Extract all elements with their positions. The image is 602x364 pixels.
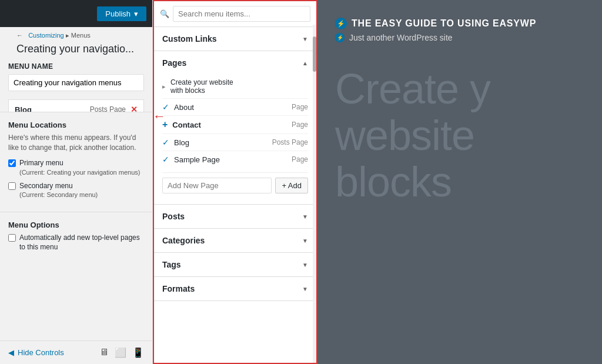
page-item-about: ✓ About Page: [162, 99, 308, 116]
pages-label: Pages: [162, 58, 186, 68]
formats-section: Formats ▼: [154, 277, 316, 301]
menu-item-blog-name: Blog: [15, 105, 32, 112]
site-tagline-icon: ⚡: [335, 33, 345, 42]
categories-label: Categories: [162, 236, 205, 245]
menu-locations-section: Menu Locations Here's where this menu ap…: [0, 112, 152, 212]
search-icon: 🔍: [160, 9, 169, 18]
panel-title: Creating your navigatio...: [8, 42, 144, 62]
categories-section: Categories ▼: [154, 229, 316, 253]
menu-item-blog-right: Posts Page ✕: [90, 105, 138, 112]
posts-section: Posts ▼: [154, 205, 316, 229]
menu-options-title: Menu Options: [8, 221, 144, 229]
custom-links-section: Custom Links ▼: [154, 27, 316, 51]
hide-controls-label: Hide Controls: [18, 348, 64, 357]
pages-content: ▸ Create your websitewith blocks ✓ About…: [154, 75, 316, 204]
custom-links-label: Custom Links: [162, 34, 217, 44]
panel-content: ← Customizing ▸ Menus Creating your navi…: [0, 27, 152, 112]
menu-item-blog: Blog Posts Page ✕: [8, 99, 144, 112]
page-sample-type: Page: [292, 155, 308, 163]
site-tagline: ⚡ Just another WordPress site: [335, 33, 584, 42]
page-create-indent: ▸: [162, 83, 166, 91]
tablet-icon[interactable]: ⬜: [115, 347, 126, 358]
add-new-page-input[interactable]: [162, 178, 272, 193]
publish-label: Publish: [105, 9, 131, 18]
tags-label: Tags: [162, 260, 181, 269]
posts-arrow: ▼: [302, 213, 308, 220]
menu-name-input[interactable]: [8, 74, 144, 91]
middle-panel: 🔍 Custom Links ▼ Pages ▲ ▸ Create your w…: [153, 0, 317, 364]
page-item-sample: ✓ Sample Page Page: [162, 151, 308, 168]
primary-menu-checkbox-label[interactable]: Primary menu (Current: Creating your nav…: [8, 158, 144, 177]
primary-menu-label: Primary menu (Current: Creating your nav…: [19, 158, 140, 177]
page-about-name: About: [174, 103, 287, 112]
pages-header[interactable]: Pages ▲: [154, 51, 316, 75]
publish-button[interactable]: Publish ▾: [97, 6, 146, 21]
secondary-menu-label: Secondary menu (Current: Secondary menu): [19, 181, 98, 200]
primary-menu-checkbox[interactable]: [8, 159, 16, 167]
add-items-panel-inner: Custom Links ▼ Pages ▲ ▸ Create your web…: [154, 27, 316, 363]
scrollbar-thumb[interactable]: [313, 36, 316, 72]
categories-header[interactable]: Categories ▼: [154, 229, 316, 252]
menu-options-section: Menu Options Automatically add new top-l…: [0, 212, 152, 265]
tags-arrow: ▼: [302, 262, 308, 268]
left-panel: Publish ▾ ← Customizing ▸ Menus Creating…: [0, 0, 153, 364]
hide-controls-button[interactable]: ◀ Hide Controls: [8, 348, 64, 357]
hide-controls-arrow: ◀: [8, 348, 14, 357]
site-tagline-text: Just another WordPress site: [349, 33, 453, 42]
page-blog-check-icon: ✓: [162, 138, 169, 147]
breadcrumb-back-icon[interactable]: ←: [16, 32, 23, 39]
posts-header[interactable]: Posts ▼: [154, 205, 316, 228]
mobile-icon[interactable]: 📱: [132, 347, 144, 358]
add-page-btn-label: + Add: [282, 181, 302, 190]
page-contact-name: Contact: [172, 121, 287, 129]
right-area: ⚡ THE EASY GUIDE TO USING EASYWP ⚡ Just …: [317, 0, 602, 364]
auto-add-label: Automatically add new top-level pages to…: [19, 233, 144, 253]
device-icons: 🖥 ⬜ 📱: [99, 347, 144, 358]
page-blog-name: Blog: [174, 138, 267, 147]
tags-header[interactable]: Tags ▼: [154, 253, 316, 276]
add-page-button[interactable]: + Add: [275, 178, 308, 193]
menu-name-label: Menu Name: [8, 62, 144, 71]
auto-add-checkbox[interactable]: [8, 234, 16, 242]
page-sample-check-icon: ✓: [162, 155, 169, 164]
secondary-menu-checkbox[interactable]: [8, 182, 16, 190]
page-create-name: Create your websitewith blocks: [170, 78, 303, 95]
formats-label: Formats: [162, 284, 195, 293]
site-header: ⚡ THE EASY GUIDE TO USING EASYWP ⚡ Just …: [335, 18, 584, 42]
auto-add-checkbox-label[interactable]: Automatically add new top-level pages to…: [8, 233, 144, 253]
big-text: Create ywebsiteblocks: [335, 66, 584, 206]
menu-locations-title: Menu Locations: [8, 121, 144, 129]
scrollbar-area[interactable]: [313, 25, 316, 363]
pages-section: Pages ▲ ▸ Create your websitewith blocks…: [154, 51, 316, 205]
categories-arrow: ▼: [302, 238, 308, 244]
site-logo-icon: ⚡: [335, 18, 347, 29]
publish-dropdown-arrow: ▾: [134, 9, 138, 18]
pages-list: ▸ Create your websitewith blocks ✓ About…: [162, 75, 308, 168]
menu-locations-desc: Here's where this menu appears. If you'd…: [8, 133, 144, 153]
desktop-icon[interactable]: 🖥: [99, 347, 109, 358]
breadcrumb-separator: ▸: [66, 32, 69, 39]
remove-blog-button[interactable]: ✕: [131, 105, 138, 112]
custom-links-arrow: ▼: [302, 36, 308, 42]
page-item-create: ▸ Create your websitewith blocks: [162, 75, 308, 99]
arrow-indicator: ←: [153, 109, 166, 124]
search-bar: 🔍: [154, 1, 316, 27]
page-contact-type: Page: [292, 121, 308, 129]
breadcrumb: ← Customizing ▸ Menus: [8, 27, 144, 42]
site-title: ⚡ THE EASY GUIDE TO USING EASYWP: [335, 18, 584, 29]
page-item-blog: ✓ Blog Posts Page: [162, 134, 308, 151]
breadcrumb-menus: Menus: [71, 32, 91, 39]
add-new-page-row: + Add: [162, 172, 308, 198]
page-sample-name: Sample Page: [174, 155, 287, 164]
secondary-menu-checkbox-label[interactable]: Secondary menu (Current: Secondary menu): [8, 181, 144, 200]
formats-arrow: ▼: [302, 286, 308, 292]
breadcrumb-customizing[interactable]: Customizing: [28, 32, 64, 39]
site-title-text: THE EASY GUIDE TO USING EASYWP: [352, 18, 536, 29]
search-input[interactable]: [173, 6, 310, 22]
page-item-contact[interactable]: + Contact Page: [162, 116, 308, 134]
hide-controls-bar: ◀ Hide Controls 🖥 ⬜ 📱: [0, 340, 152, 364]
formats-header[interactable]: Formats ▼: [154, 277, 316, 300]
pages-arrow: ▲: [302, 60, 308, 66]
page-blog-type: Posts Page: [272, 138, 308, 146]
custom-links-header[interactable]: Custom Links ▼: [154, 27, 316, 51]
